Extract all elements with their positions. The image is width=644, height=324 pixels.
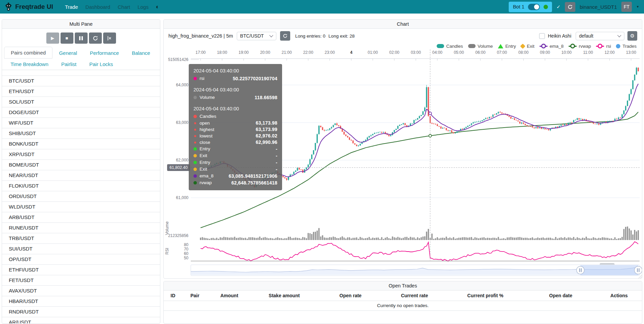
- chart-refresh-button[interactable]: [280, 31, 290, 41]
- svg-text:21:00: 21:00: [282, 50, 292, 55]
- tab-pair-locks[interactable]: Pair Locks: [83, 59, 119, 70]
- tooltip-row-rvwap: rvwap62,648.75785661418: [193, 179, 277, 186]
- heikin-ashi-checkbox[interactable]: [539, 33, 545, 39]
- tooltip-row-exit: Exit-: [193, 152, 277, 159]
- pair-list-item[interactable]: ETHFI/USDT: [2, 264, 160, 275]
- multi-pane-header[interactable]: Multi Pane: [2, 20, 160, 29]
- svg-text:64,000: 64,000: [176, 83, 188, 87]
- pair-list-item[interactable]: WLD/USDT: [2, 201, 160, 212]
- nav-item-trade[interactable]: Trade: [61, 4, 82, 10]
- svg-text:06:00: 06:00: [475, 50, 485, 55]
- stop-bot-button[interactable]: ■: [61, 33, 73, 44]
- tab-performance[interactable]: Performance: [84, 47, 125, 59]
- plot-settings-button[interactable]: ⚙: [627, 31, 637, 41]
- bot-selector[interactable]: Bot 1: [509, 2, 552, 12]
- col-current-rate: Current rate: [384, 290, 445, 301]
- pair-list-item[interactable]: NEAR/USDT: [2, 170, 160, 180]
- pair-list-item[interactable]: SOL/USDT: [2, 96, 160, 107]
- tooltip-timestamp: 2024-05-04 03:40:00: [193, 87, 277, 92]
- brand-title: Freqtrade UI: [15, 3, 53, 10]
- svg-text:62,000: 62,000: [176, 158, 188, 163]
- tooltip-timestamp: 2024-05-04 03:40:00: [193, 68, 277, 73]
- start-bot-button[interactable]: ▶: [46, 33, 59, 44]
- tooltip-row-open: open63,173.98: [193, 120, 277, 126]
- pair-list-item[interactable]: AVAX/USDT: [2, 285, 160, 296]
- pair-list-item[interactable]: ETH/USDT: [2, 86, 160, 96]
- datazoom-handle[interactable]: [635, 266, 642, 274]
- forced-exit-button[interactable]: [103, 33, 116, 44]
- long-exits-label: Long exit: 28: [328, 34, 354, 39]
- tooltip-row-close: close62,990.96: [193, 139, 277, 146]
- tab-time-breakdown[interactable]: Time Breakdown: [4, 59, 55, 70]
- tab-general[interactable]: General: [52, 47, 83, 59]
- svg-text:11:00: 11:00: [583, 50, 593, 55]
- pause-icon: [79, 36, 83, 40]
- tooltip-row-entry: Entry-: [193, 146, 277, 152]
- nav-item-chart[interactable]: Chart: [114, 4, 134, 10]
- chart-panel-header[interactable]: Chart: [164, 20, 642, 29]
- col-id: ID: [164, 290, 182, 301]
- svg-text:02:00: 02:00: [389, 50, 399, 55]
- pair-list-item[interactable]: FLOKI/USDT: [2, 180, 160, 191]
- tooltip-row-highest: highest63,173.99: [193, 126, 277, 133]
- pair-list-item[interactable]: SHIB/USDT: [2, 128, 160, 138]
- datazoom-handle[interactable]: [577, 266, 584, 274]
- pair-list-item[interactable]: DOGE/USDT: [2, 107, 160, 117]
- rsi-swatch-icon: [596, 46, 604, 47]
- account-name: binance_USDT1: [580, 4, 617, 10]
- svg-text:80: 80: [184, 242, 189, 247]
- tab-pairlist[interactable]: Pairlist: [55, 59, 83, 70]
- tooltip-row-entry: Entry-: [193, 159, 277, 166]
- pair-list-item[interactable]: BONK/USDT: [2, 138, 160, 149]
- bot-name: Bot 1: [513, 4, 524, 9]
- pair-select[interactable]: BTC/USDT: [237, 32, 276, 40]
- svg-text:07:00: 07:00: [497, 50, 507, 55]
- rvwap-swatch-icon: [569, 46, 577, 47]
- nav-item-dashboard[interactable]: Dashboard: [82, 4, 114, 10]
- reload-config-button[interactable]: [89, 33, 102, 44]
- pair-list-item[interactable]: ARB/USDT: [2, 212, 160, 222]
- pair-list-item[interactable]: WIF/USDT: [2, 117, 160, 128]
- pair-list-item[interactable]: RNDR/USDT: [2, 306, 160, 317]
- nav-item-logs[interactable]: Logs: [134, 4, 153, 10]
- avatar[interactable]: FT: [621, 2, 632, 12]
- pair-list-item[interactable]: SUI/USDT: [2, 243, 160, 254]
- svg-text:01:00: 01:00: [368, 50, 378, 55]
- svg-text:60: 60: [184, 251, 189, 256]
- svg-text:Volume: Volume: [165, 221, 169, 235]
- no-open-trades-message: Currently no open trades.: [164, 301, 642, 311]
- pair-list-item[interactable]: HBAR/USDT: [2, 296, 160, 306]
- theme-toggle-icon[interactable]: ◐: [156, 3, 159, 10]
- chart-toolbar: high_frog_binance_v226 | 5m BTC/USDT Lon…: [164, 29, 642, 41]
- strategy-title: high_frog_binance_v226 | 5m: [168, 33, 233, 39]
- svg-text:50: 50: [184, 256, 189, 260]
- user-menu-caret-icon[interactable]: ▼: [636, 5, 639, 8]
- svg-text:12:00: 12:00: [604, 50, 615, 55]
- svg-text:09:00: 09:00: [540, 50, 550, 55]
- pair-list-item[interactable]: TRB/USDT: [2, 233, 160, 243]
- refresh-icon: [283, 34, 288, 38]
- pair-list-item[interactable]: AR/USDT: [2, 317, 160, 324]
- datazoom-slider[interactable]: [191, 263, 642, 276]
- pair-list-item[interactable]: RUNE/USDT: [2, 222, 160, 233]
- nav-links: TradeDashboardChartLogs: [61, 4, 152, 10]
- freqtrade-robot-icon: [5, 2, 12, 11]
- open-trades-header[interactable]: Open Trades: [164, 281, 642, 290]
- tooltip-row-candles: Candles: [193, 113, 277, 120]
- chart-panel: Chart high_frog_binance_v226 | 5m BTC/US…: [163, 19, 642, 279]
- tab-pairs-combined[interactable]: Pairs combined: [4, 47, 52, 59]
- pair-list-item[interactable]: BOME/USDT: [2, 159, 160, 170]
- brand[interactable]: Freqtrade UI: [5, 2, 53, 11]
- pair-list-item[interactable]: OP/USDT: [2, 254, 160, 264]
- svg-text:23:00: 23:00: [325, 50, 335, 55]
- pause-bot-button[interactable]: [75, 33, 88, 44]
- col-open-date: Open date: [525, 290, 596, 301]
- pair-list-item[interactable]: BTC/USDT: [2, 75, 160, 86]
- plot-config-select[interactable]: default: [576, 32, 624, 40]
- tab-balance[interactable]: Balance: [125, 47, 157, 59]
- pair-list-item[interactable]: ORDI/USDT: [2, 191, 160, 201]
- pair-list-item[interactable]: FET/USDT: [2, 275, 160, 285]
- bot-toggle[interactable]: [528, 4, 540, 10]
- pair-list-item[interactable]: XRP/USDT: [2, 149, 160, 159]
- global-refresh-button[interactable]: [565, 2, 575, 12]
